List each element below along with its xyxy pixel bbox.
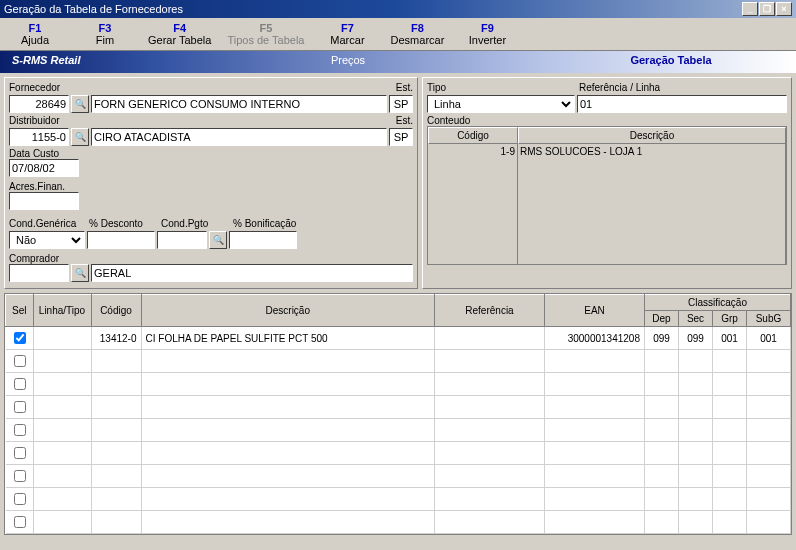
tool-gerar-tabela[interactable]: F4Gerar Tabela	[140, 20, 219, 48]
minimize-button[interactable]: _	[742, 2, 758, 16]
bonif[interactable]	[229, 231, 297, 249]
table-row[interactable]	[6, 442, 791, 465]
ref-linha-label: Referência / Linha	[579, 82, 660, 93]
window-buttons: _ ❐ ×	[742, 2, 792, 16]
th-dep: Dep	[645, 311, 679, 327]
distribuidor-name[interactable]	[91, 128, 387, 146]
row-sel[interactable]	[14, 470, 26, 482]
tipo-label: Tipo	[427, 82, 577, 93]
th-classificacao: Classificação	[645, 295, 791, 311]
tool-fim[interactable]: F3Fim	[70, 20, 140, 48]
table-row[interactable]	[6, 350, 791, 373]
desconto-label: % Desconto	[89, 218, 159, 229]
th-sel: Sel	[6, 295, 34, 327]
tool-inverter[interactable]: F9Inverter	[452, 20, 522, 48]
conteudo-row[interactable]: 1-9 RMS SOLUCOES - LOJA 1	[428, 144, 786, 264]
fornecedor-est[interactable]	[389, 95, 413, 113]
titlebar: Geração da Tabela de Fornecedores _ ❐ ×	[0, 0, 796, 18]
th-linha-tipo: Linha/Tipo	[33, 295, 91, 327]
th-codigo: Código	[91, 295, 141, 327]
ribbon-mid: Preços	[150, 51, 546, 73]
th-referencia: Referência	[435, 295, 545, 327]
th-ean: EAN	[545, 295, 645, 327]
table-row[interactable]	[6, 419, 791, 442]
fornecedor-lookup[interactable]: 🔍	[71, 95, 89, 113]
row-sel[interactable]	[14, 447, 26, 459]
bonif-label: % Bonificação	[233, 218, 303, 229]
cond-pgto-lookup[interactable]: 🔍	[209, 231, 227, 249]
acres-finan-label: Acres.Finan.	[9, 181, 413, 192]
tool-marcar[interactable]: F7Marcar	[312, 20, 382, 48]
right-panel: Tipo Referência / Linha Linha Conteudo C…	[422, 77, 792, 289]
distribuidor-code[interactable]	[9, 128, 69, 146]
th-descricao: Descrição	[141, 295, 435, 327]
table-row[interactable]	[6, 373, 791, 396]
table-row[interactable]	[6, 511, 791, 534]
fornecedor-code[interactable]	[9, 95, 69, 113]
row-sel[interactable]	[14, 401, 26, 413]
toolbar: F1Ajuda F3Fim F4Gerar Tabela F5Tipos de …	[0, 18, 796, 51]
cond-pgto[interactable]	[157, 231, 207, 249]
comprador-name[interactable]	[91, 264, 413, 282]
restore-button[interactable]: ❐	[759, 2, 775, 16]
th-subg: SubG	[747, 311, 791, 327]
window-title: Geração da Tabela de Fornecedores	[4, 3, 183, 15]
left-panel: Fornecedor Est. 🔍 Distribuidor Est. 🔍 Da…	[4, 77, 418, 289]
close-button[interactable]: ×	[776, 2, 792, 16]
row-sel[interactable]	[14, 424, 26, 436]
acres-finan[interactable]	[9, 192, 79, 210]
conteudo-head-descricao: Descrição	[518, 127, 786, 144]
row-sel[interactable]	[14, 516, 26, 528]
data-custo-label: Data Custo	[9, 148, 413, 159]
ref-linha[interactable]	[577, 95, 787, 113]
main-table: Sel Linha/Tipo Código Descrição Referênc…	[4, 293, 792, 535]
row-sel[interactable]	[14, 378, 26, 390]
fornecedor-label: Fornecedor	[9, 82, 394, 93]
ribbon: S-RMS Retail Preços Geração Tabela	[0, 51, 796, 73]
conteudo-label: Conteudo	[427, 115, 787, 126]
ribbon-left: S-RMS Retail	[0, 51, 150, 73]
tipo-select[interactable]: Linha	[427, 95, 575, 113]
tool-desmarcar[interactable]: F8Desmarcar	[382, 20, 452, 48]
est-label: Est.	[396, 82, 413, 93]
ribbon-right: Geração Tabela	[546, 51, 796, 73]
cond-pgto-label: Cond.Pgto	[161, 218, 231, 229]
comprador-code[interactable]	[9, 264, 69, 282]
desconto[interactable]	[87, 231, 155, 249]
cond-generica-label: Cond.Genérica	[9, 218, 87, 229]
conteudo-grid: Código Descrição 1-9 RMS SOLUCOES - LOJA…	[427, 126, 787, 265]
row-sel[interactable]	[14, 493, 26, 505]
conteudo-head-codigo: Código	[428, 127, 518, 144]
th-grp: Grp	[713, 311, 747, 327]
comprador-lookup[interactable]: 🔍	[71, 264, 89, 282]
tool-tipos-tabela: F5Tipos de Tabela	[219, 20, 312, 48]
table-row[interactable]	[6, 488, 791, 511]
data-custo[interactable]	[9, 159, 79, 177]
fornecedor-name[interactable]	[91, 95, 387, 113]
table-row[interactable]: 13412-0 CI FOLHA DE PAPEL SULFITE PCT 50…	[6, 327, 791, 350]
th-sec: Sec	[679, 311, 713, 327]
distribuidor-lookup[interactable]: 🔍	[71, 128, 89, 146]
table-row[interactable]	[6, 465, 791, 488]
distribuidor-label: Distribuidor	[9, 115, 394, 126]
row-sel[interactable]	[14, 355, 26, 367]
table-row[interactable]	[6, 396, 791, 419]
cond-generica-select[interactable]: Não	[9, 231, 85, 249]
tool-ajuda[interactable]: F1Ajuda	[0, 20, 70, 48]
row-sel[interactable]	[14, 332, 26, 344]
comprador-label: Comprador	[9, 253, 413, 264]
distribuidor-est[interactable]	[389, 128, 413, 146]
main-area: Fornecedor Est. 🔍 Distribuidor Est. 🔍 Da…	[0, 73, 796, 293]
est-label-2: Est.	[396, 115, 413, 126]
